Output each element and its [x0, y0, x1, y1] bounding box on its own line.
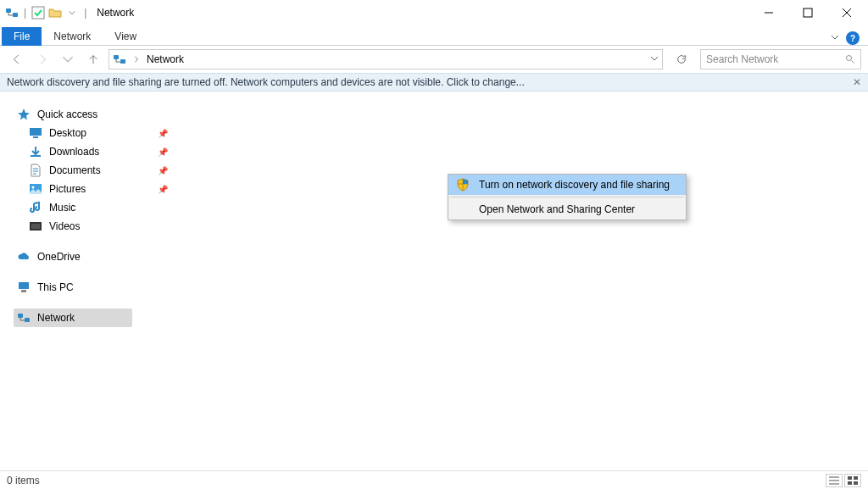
navigation-bar: Network Search Network [0, 46, 868, 73]
address-dropdown-icon[interactable] [650, 53, 659, 65]
pin-icon: 📌 [158, 185, 168, 194]
body-area: Turn on network discovery and file shari… [0, 92, 868, 470]
separator: | [24, 7, 26, 19]
sidebar-item-downloads[interactable]: Downloads 📌 [25, 142, 171, 161]
forward-button[interactable] [32, 49, 53, 69]
tab-file[interactable]: File [2, 27, 42, 46]
view-toggle [826, 474, 861, 487]
qat-checkbox-icon[interactable] [31, 6, 45, 19]
separator: | [84, 7, 86, 19]
search-input[interactable]: Search Network [700, 49, 861, 69]
sidebar-this-pc[interactable]: This PC [14, 278, 171, 297]
svg-rect-15 [18, 314, 23, 318]
svg-rect-20 [854, 481, 858, 485]
svg-rect-2 [32, 7, 44, 19]
context-menu-separator [450, 197, 684, 197]
network-icon [5, 6, 19, 19]
shield-icon [455, 178, 470, 192]
sidebar-label: Music [49, 202, 168, 214]
search-icon [845, 54, 855, 64]
network-icon [17, 311, 31, 325]
svg-rect-5 [120, 59, 125, 64]
svg-rect-12 [31, 224, 40, 229]
sidebar-quick-access[interactable]: Quick access [14, 105, 171, 124]
svg-rect-14 [21, 290, 26, 292]
context-menu-item-open-center[interactable]: Open Network and Sharing Center [448, 199, 686, 219]
help-icon[interactable]: ? [846, 31, 860, 45]
music-icon [29, 201, 42, 214]
sidebar-label: Videos [49, 220, 168, 232]
svg-point-6 [847, 56, 852, 61]
titlebar: | | Network [0, 0, 868, 25]
pin-icon: 📌 [158, 129, 168, 138]
svg-rect-0 [6, 8, 11, 13]
context-menu-label: Open Network and Sharing Center [479, 203, 635, 215]
sidebar-item-documents[interactable]: Documents 📌 [25, 161, 171, 180]
svg-rect-4 [114, 55, 119, 59]
network-icon [113, 53, 126, 66]
sidebar-label: This PC [37, 281, 168, 293]
ribbon-chevron-icon[interactable] [831, 32, 839, 44]
cloud-icon [17, 250, 31, 264]
status-item-count: 0 items [7, 475, 40, 486]
desktop-icon [29, 126, 42, 140]
context-menu-item-turn-on[interactable]: Turn on network discovery and file shari… [448, 175, 686, 195]
quick-access-toolbar: | | [5, 6, 88, 19]
ribbon-tabs: File Network View ? [0, 25, 868, 46]
sidebar-item-videos[interactable]: Videos [25, 217, 171, 236]
sidebar-item-desktop[interactable]: Desktop 📌 [25, 124, 171, 142]
sidebar-label: Desktop [49, 127, 151, 139]
qat-new-folder-icon[interactable] [48, 6, 62, 19]
sidebar-label: OneDrive [37, 251, 168, 263]
window-title: Network [97, 7, 134, 19]
sidebar-item-music[interactable]: Music [25, 198, 171, 217]
svg-rect-3 [804, 8, 812, 17]
document-icon [29, 164, 42, 177]
back-button[interactable] [7, 49, 27, 69]
svg-rect-16 [25, 318, 30, 322]
sidebar-onedrive[interactable]: OneDrive [14, 247, 171, 266]
close-button[interactable] [827, 0, 866, 25]
sidebar-label: Documents [49, 164, 151, 176]
context-menu: Turn on network discovery and file shari… [448, 174, 687, 220]
view-details-button[interactable] [826, 474, 843, 487]
pc-icon [17, 281, 31, 294]
svg-point-10 [32, 186, 35, 189]
breadcrumb-item[interactable]: Network [147, 53, 184, 65]
breadcrumb-chevron-icon[interactable] [133, 53, 140, 65]
address-bar[interactable]: Network [108, 49, 663, 69]
up-button[interactable] [83, 49, 103, 69]
videos-icon [29, 219, 42, 233]
svg-rect-17 [848, 476, 852, 480]
svg-rect-18 [854, 476, 858, 480]
context-menu-label: Turn on network discovery and file shari… [479, 179, 670, 191]
pin-icon: 📌 [158, 166, 168, 175]
status-bar: 0 items [0, 470, 868, 489]
star-icon [17, 108, 31, 121]
svg-rect-19 [848, 481, 852, 485]
svg-rect-7 [30, 128, 42, 136]
svg-rect-8 [33, 136, 38, 138]
svg-rect-13 [19, 282, 29, 289]
refresh-button[interactable] [671, 49, 692, 69]
sidebar-label: Pictures [49, 183, 151, 195]
info-bar[interactable]: Network discovery and file sharing are t… [0, 73, 868, 92]
window-controls [749, 0, 866, 25]
minimize-button[interactable] [749, 0, 788, 25]
info-bar-close-icon[interactable]: ✕ [853, 76, 861, 88]
recent-locations-dropdown[interactable] [58, 49, 78, 69]
view-icons-button[interactable] [844, 474, 861, 487]
sidebar-label: Downloads [49, 146, 151, 158]
navigation-pane: Quick access Desktop 📌 Downloads 📌 Docum… [0, 92, 178, 470]
tab-network[interactable]: Network [42, 27, 103, 46]
sidebar-label: Network [37, 312, 129, 324]
tab-view[interactable]: View [103, 27, 148, 46]
sidebar-label: Quick access [37, 108, 168, 120]
sidebar-item-pictures[interactable]: Pictures 📌 [25, 180, 171, 198]
maximize-button[interactable] [788, 0, 827, 25]
qat-dropdown-icon[interactable] [65, 6, 79, 19]
pin-icon: 📌 [158, 147, 168, 157]
sidebar-network[interactable]: Network [14, 308, 132, 327]
download-icon [29, 145, 42, 158]
svg-rect-1 [13, 13, 18, 17]
